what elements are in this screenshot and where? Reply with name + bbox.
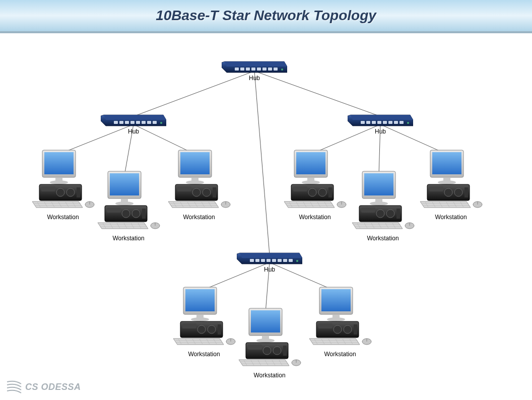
svg-rect-124 (328, 187, 332, 197)
svg-marker-46 (240, 253, 302, 258)
svg-rect-53 (283, 259, 287, 262)
svg-rect-97 (180, 152, 210, 174)
svg-marker-185 (173, 339, 224, 345)
svg-rect-39 (377, 121, 381, 124)
svg-rect-38 (372, 121, 376, 124)
hub-icon (101, 113, 166, 126)
svg-rect-27 (125, 121, 129, 124)
svg-line-2 (254, 71, 270, 254)
workstation-node: Workstation (418, 149, 484, 221)
workstation-label: Workstation (418, 214, 484, 221)
svg-rect-41 (388, 121, 392, 124)
hub-label: Hub (222, 75, 287, 82)
brand-text: CS ODESSA (25, 382, 81, 392)
svg-rect-32 (153, 121, 157, 124)
svg-point-102 (192, 188, 201, 196)
workstation-label: Workstation (171, 351, 237, 358)
workstation-icon (307, 286, 373, 349)
svg-rect-37 (366, 121, 370, 124)
svg-rect-17 (251, 68, 255, 71)
svg-rect-121 (293, 186, 307, 191)
svg-marker-35 (351, 115, 413, 120)
svg-point-63 (66, 188, 75, 196)
workstation-icon (350, 170, 416, 233)
workstation-node: Workstation (30, 149, 96, 221)
svg-point-143 (386, 210, 394, 218)
svg-rect-48 (255, 259, 259, 262)
svg-point-82 (122, 210, 130, 218)
hub-icon (348, 113, 413, 126)
hub-node: Hub (101, 113, 166, 135)
svg-point-123 (318, 188, 326, 196)
svg-marker-125 (284, 202, 335, 208)
workstation-label: Workstation (166, 214, 232, 221)
svg-point-83 (132, 210, 140, 218)
svg-marker-165 (420, 202, 471, 208)
workstation-icon (418, 149, 484, 212)
workstation-node: Workstation (237, 307, 302, 379)
svg-rect-19 (262, 68, 267, 71)
svg-point-142 (376, 210, 384, 218)
svg-rect-51 (272, 259, 276, 262)
svg-rect-224 (354, 324, 357, 335)
svg-marker-24 (104, 115, 166, 120)
svg-rect-15 (240, 68, 244, 71)
diagram-canvas: Hub Hub (0, 33, 532, 400)
svg-rect-81 (107, 208, 121, 213)
svg-rect-101 (177, 186, 191, 191)
svg-rect-197 (251, 310, 280, 332)
svg-rect-47 (250, 259, 254, 262)
svg-point-162 (444, 188, 452, 196)
workstation-label: Workstation (282, 214, 348, 221)
workstation-node: Workstation (96, 170, 161, 242)
svg-point-182 (197, 325, 206, 334)
workstation-node: Workstation (350, 170, 416, 242)
svg-rect-57 (44, 152, 74, 174)
svg-rect-20 (268, 68, 272, 71)
svg-point-163 (454, 188, 462, 196)
svg-rect-52 (278, 259, 282, 262)
workstation-label: Workstation (350, 235, 416, 242)
svg-point-183 (208, 325, 216, 334)
svg-rect-157 (432, 152, 461, 174)
svg-point-203 (273, 347, 281, 355)
svg-point-33 (160, 122, 162, 124)
svg-rect-26 (119, 121, 123, 124)
brand-logo: CS ODESSA (6, 380, 81, 394)
svg-point-44 (407, 122, 409, 124)
svg-point-122 (308, 188, 316, 196)
svg-rect-184 (218, 324, 221, 335)
workstation-label: Workstation (237, 372, 302, 379)
svg-rect-161 (429, 186, 443, 191)
workstation-node: Workstation (171, 286, 237, 358)
workstation-label: Workstation (30, 214, 96, 221)
svg-marker-65 (32, 202, 83, 208)
svg-rect-43 (400, 121, 404, 124)
svg-rect-16 (246, 68, 250, 71)
svg-rect-217 (321, 289, 351, 311)
svg-rect-18 (257, 68, 261, 71)
logo-swirl-icon (6, 380, 22, 394)
hub-icon (222, 59, 287, 73)
svg-rect-28 (130, 121, 135, 124)
hub-label: Hub (237, 266, 302, 273)
svg-rect-204 (283, 346, 287, 356)
workstation-node: Workstation (282, 149, 348, 221)
header-bar: 10Base-T Star Network Topology (0, 0, 532, 33)
svg-point-202 (263, 347, 271, 355)
svg-point-99 (186, 180, 204, 184)
hub-node: Hub (222, 59, 287, 82)
hub-icon (237, 251, 302, 264)
hub-node: Hub (348, 113, 413, 135)
workstation-icon (282, 149, 348, 212)
svg-rect-77 (110, 173, 139, 195)
svg-rect-25 (114, 121, 118, 124)
svg-rect-141 (361, 208, 375, 213)
workstation-label: Workstation (307, 351, 373, 358)
svg-marker-225 (309, 339, 360, 345)
svg-rect-29 (136, 121, 140, 124)
workstation-node: Workstation (166, 149, 232, 221)
hub-label: Hub (348, 128, 413, 135)
svg-point-55 (296, 260, 298, 262)
svg-rect-49 (261, 259, 265, 262)
